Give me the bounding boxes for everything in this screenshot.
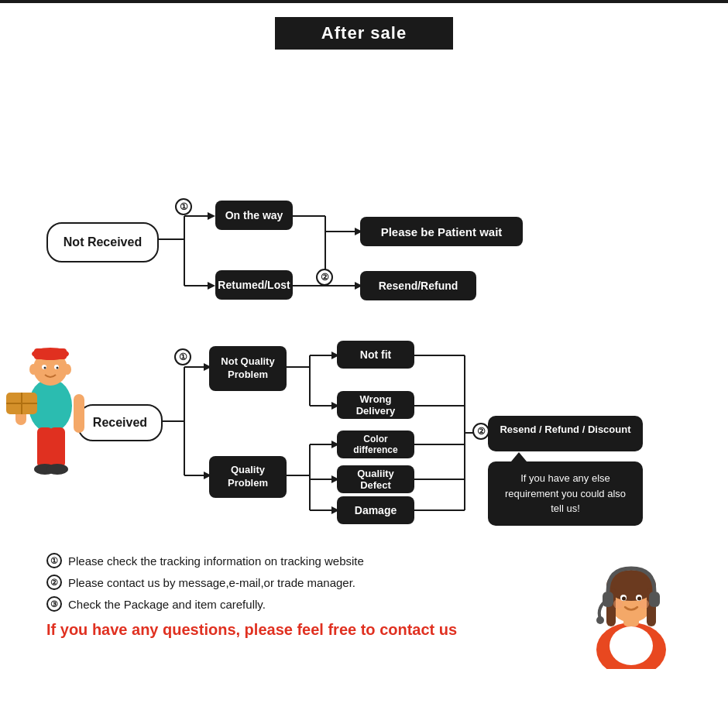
not-received-box: Not Received [46,222,159,262]
header: After sale [0,3,728,57]
svg-point-58 [46,464,68,475]
svg-rect-56 [50,427,65,468]
svg-point-48 [44,367,46,369]
info-item-3: ③ Check the Package and item carefully. [46,596,565,612]
info-circle-3: ③ [46,596,62,612]
svg-point-70 [622,597,626,601]
resend-refund-discount-box: Resend / Refund / Discount [488,416,643,451]
svg-point-60 [64,364,71,375]
svg-point-73 [640,599,649,609]
color-difference-box: Color difference [337,431,414,458]
contact-text: If you have any questions, please feel f… [46,621,565,639]
info-section: ① Please check the tracking information … [0,545,728,661]
on-the-way-box: On the way [215,201,293,230]
info-item-2: ② Please contact us by message,e-mail,or… [46,575,565,590]
speech-bubble-box: If you have any else requirement you cou… [488,461,643,526]
diagram-area: Not Received ① On the way Retumed/Lost ②… [0,65,728,545]
resend-refund-top-box: Resend/Refund [360,271,476,300]
page-title: After sale [275,17,453,50]
info-circle-1: ① [46,553,62,568]
damage-box: Damage [337,496,414,524]
quality-problem-box: Quality Problem [209,456,287,498]
not-quality-problem-box: Not Quality Problem [209,346,287,391]
svg-marker-5 [208,282,215,290]
wrong-delivery-box: Wrong Delivery [337,391,414,419]
svg-marker-4 [208,212,215,220]
info-item-1: ① Please check the tracking information … [46,553,565,568]
quality-defect-box: Qualiity Defect [337,465,414,493]
info-circle-2: ② [46,575,62,590]
svg-rect-75 [649,592,660,607]
support-avatar [581,545,682,654]
svg-point-71 [637,597,641,601]
please-patient-box: Please be Patient wait [360,217,523,246]
svg-point-76 [596,616,604,624]
circle-1-top: ① [175,198,192,215]
delivery-person-illustration [0,321,101,475]
not-fit-box: Not fit [337,341,414,369]
svg-rect-45 [34,348,67,359]
svg-point-49 [57,367,59,369]
returned-lost-box: Retumed/Lost [215,270,293,300]
info-text-block: ① Please check the tracking information … [46,553,565,639]
svg-rect-54 [74,394,84,433]
svg-point-59 [29,364,37,375]
circle-1-bottom: ① [174,348,191,365]
circle-2-top: ② [316,269,333,286]
svg-point-62 [610,626,653,665]
circle-2-bottom: ② [472,423,489,440]
svg-point-72 [613,599,623,609]
